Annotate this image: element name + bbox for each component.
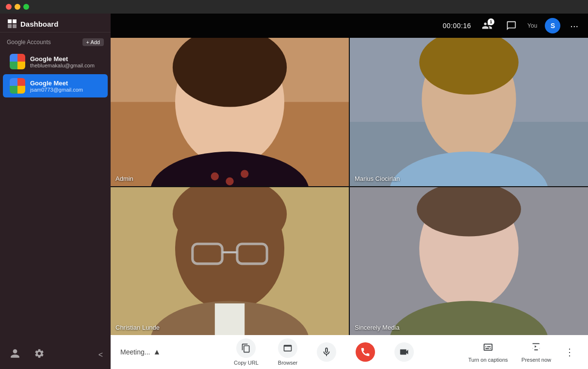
account-email-2: jsam0773@gmail.com (30, 87, 101, 93)
chat-button[interactable] (503, 17, 520, 34)
mic-icon-wrap (317, 342, 336, 362)
present-icon (531, 342, 541, 353)
video-label-marius: Marius Ciocirlan (355, 175, 400, 182)
sidebar-item-account-2[interactable]: Google Meet jsam0773@gmail.com (3, 74, 108, 97)
end-call-button[interactable] (352, 340, 379, 364)
gear-icon (34, 348, 45, 359)
add-account-button[interactable]: + Add (82, 38, 104, 46)
present-label: Present now (522, 357, 551, 363)
close-button[interactable] (6, 4, 12, 10)
you-label: You (527, 22, 537, 29)
video-cell-admin: Admin (111, 38, 349, 186)
captions-label: Turn on captions (468, 357, 508, 363)
fullscreen-button[interactable] (23, 4, 29, 10)
svg-rect-20 (215, 303, 245, 335)
account-name-2: Google Meet (30, 80, 101, 87)
browser-icon (283, 343, 293, 353)
captions-icon (483, 342, 493, 353)
present-icon-wrap (531, 342, 541, 355)
user-avatar: S (545, 18, 560, 33)
svg-point-6 (226, 177, 233, 185)
google-meet-icon-1 (10, 54, 25, 69)
person-visual-christian (111, 187, 349, 336)
present-now-button[interactable]: Present now (518, 340, 555, 365)
sidebar-header: Dashboard (0, 14, 111, 32)
video-cell-marius: Marius Ciocirlan (350, 38, 588, 186)
participant-count-badge: 1 (488, 18, 494, 25)
browser-button[interactable]: Browser (274, 337, 301, 368)
bottom-right-actions: Turn on captions Present now ⋮ (464, 340, 578, 365)
camera-icon-wrap (394, 342, 414, 362)
app-body: Dashboard Google Accounts + Add Google M… (0, 14, 588, 369)
browser-label: Browser (278, 360, 297, 366)
more-options-button[interactable]: ··· (568, 20, 580, 32)
camera-button[interactable] (391, 340, 418, 364)
account-email-1: thebluemakalu@gmail.com (30, 63, 101, 68)
person-visual-admin (111, 38, 349, 186)
sidebar: Dashboard Google Accounts + Add Google M… (0, 14, 111, 369)
traffic-lights (6, 4, 29, 10)
video-cell-sincerely: Sincerely Media (350, 187, 588, 336)
copy-url-button[interactable]: Copy URL (230, 337, 262, 368)
person-icon (10, 348, 20, 359)
profile-icon-button[interactable] (8, 346, 22, 363)
video-feed-sincerely (350, 187, 588, 336)
accounts-section-header: Google Accounts + Add (0, 38, 111, 50)
bottom-bar: Meeting... ▲ Copy URL (111, 335, 588, 369)
person-visual-sincerely (350, 187, 588, 336)
more-meeting-options-button[interactable]: ⋮ (561, 342, 578, 362)
sidebar-collapse-button[interactable]: < (98, 351, 103, 359)
video-feed-admin (111, 38, 349, 186)
captions-icon-wrap (483, 342, 493, 355)
main-content: 00:00:16 1 You S ··· (111, 14, 588, 369)
call-timer: 00:00:16 (443, 22, 472, 30)
google-meet-icon-2 (10, 78, 25, 94)
video-label-sincerely: Sincerely Media (355, 324, 400, 331)
video-feed-marius (350, 38, 588, 186)
video-label-admin: Admin (115, 175, 133, 182)
sidebar-title: Dashboard (20, 20, 58, 28)
video-cell-christian: Christian Lunde (111, 187, 349, 336)
dashboard-icon (8, 19, 16, 28)
copy-icon (241, 343, 251, 353)
account-info-2: Google Meet jsam0773@gmail.com (30, 80, 101, 93)
account-info-1: Google Meet thebluemakalu@gmail.com (30, 55, 101, 68)
participants-button[interactable]: 1 (479, 17, 495, 34)
video-label-christian: Christian Lunde (115, 324, 160, 331)
section-label: Google Accounts (7, 39, 51, 46)
top-bar: 00:00:16 1 You S ··· (111, 14, 588, 38)
minimize-button[interactable] (15, 4, 20, 10)
chat-icon (506, 20, 517, 31)
meeting-title-area: Meeting... ▲ (120, 348, 183, 356)
title-bar (0, 0, 588, 14)
video-feed-christian (111, 187, 349, 336)
end-call-icon (360, 347, 371, 357)
svg-point-5 (211, 173, 219, 180)
end-call-icon-wrap (356, 342, 375, 362)
captions-button[interactable]: Turn on captions (464, 340, 512, 365)
copy-url-icon (236, 338, 256, 358)
svg-point-7 (241, 170, 248, 177)
bottom-actions: Copy URL Browser (183, 337, 464, 368)
sidebar-item-account-1[interactable]: Google Meet thebluemakalu@gmail.com (3, 50, 108, 73)
meeting-title-expand-button[interactable]: ▲ (153, 348, 161, 356)
video-grid: Admin Marius (111, 38, 588, 335)
mic-button[interactable] (313, 340, 340, 364)
person-visual-marius (350, 38, 588, 186)
settings-icon-button[interactable] (32, 346, 47, 363)
copy-url-label: Copy URL (234, 360, 259, 366)
browser-icon-wrap (278, 338, 297, 358)
camera-icon (399, 347, 409, 357)
sidebar-bottom-icons (8, 346, 47, 363)
sidebar-bottom: < (0, 340, 111, 369)
meeting-title: Meeting... (120, 348, 150, 356)
account-name-1: Google Meet (30, 55, 101, 63)
mic-icon (321, 347, 332, 357)
